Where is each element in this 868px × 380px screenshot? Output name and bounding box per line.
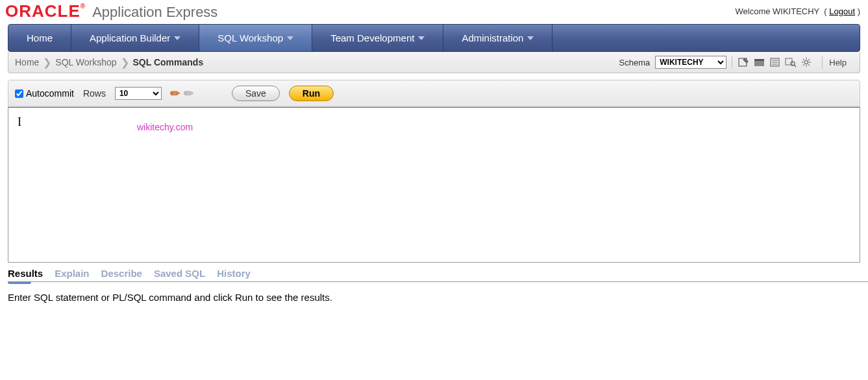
breadcrumb-sql-workshop[interactable]: SQL Workshop bbox=[55, 57, 116, 67]
help-button[interactable]: Help bbox=[822, 56, 853, 69]
chevron-down-icon bbox=[174, 36, 180, 40]
breadcrumb-separator-icon: ❯ bbox=[43, 56, 51, 69]
autocommit-wrapper[interactable]: Autocommit bbox=[15, 88, 74, 99]
rows-label: Rows bbox=[83, 88, 106, 99]
sub-bar-right: Schema WIKITECHY Help bbox=[619, 56, 853, 69]
nav-team-development[interactable]: Team Development bbox=[312, 25, 443, 51]
header-user-area: Welcome WIKITECHY ( Logout ) bbox=[736, 6, 860, 16]
tab-describe[interactable]: Describe bbox=[101, 268, 142, 279]
command-toolbar: Autocommit Rows 10 ✎ ✎ Save Run bbox=[8, 80, 860, 107]
svg-line-16 bbox=[808, 64, 810, 65]
breadcrumb-separator-icon: ❯ bbox=[121, 56, 129, 69]
nav-sql-workshop[interactable]: SQL Workshop bbox=[199, 25, 312, 51]
result-tabs: Results Explain Describe Saved SQL Histo… bbox=[8, 268, 868, 282]
nav-administration[interactable]: Administration bbox=[443, 25, 552, 51]
header: ORACLE® Application Express Welcome WIKI… bbox=[0, 0, 868, 21]
welcome-text: Welcome WIKITECHY bbox=[736, 6, 820, 16]
product-title: Application Express bbox=[92, 4, 217, 21]
save-button[interactable]: Save bbox=[232, 86, 280, 101]
results-region: Results Explain Describe Saved SQL Histo… bbox=[8, 268, 868, 311]
autocommit-checkbox[interactable] bbox=[15, 89, 23, 98]
schema-label: Schema bbox=[619, 58, 651, 67]
find-tables-icon[interactable]: ✎ bbox=[180, 85, 197, 102]
chevron-down-icon bbox=[418, 36, 425, 40]
chevron-down-icon bbox=[287, 36, 293, 40]
breadcrumb-sql-commands: SQL Commands bbox=[133, 57, 204, 67]
tab-saved-sql[interactable]: Saved SQL bbox=[154, 268, 205, 279]
svg-line-15 bbox=[803, 59, 804, 60]
rows-select[interactable]: 10 bbox=[115, 87, 162, 100]
logout-link[interactable]: Logout bbox=[829, 6, 855, 16]
session-icon[interactable] bbox=[753, 56, 766, 68]
oracle-logo: ORACLE® bbox=[5, 1, 86, 21]
svg-point-10 bbox=[805, 60, 808, 64]
nav-admin-label: Administration bbox=[462, 32, 523, 43]
svg-line-18 bbox=[808, 59, 810, 60]
autocommit-label: Autocommit bbox=[26, 88, 74, 99]
editor-mini-icons: ✎ ✎ bbox=[171, 86, 194, 101]
nav-app-builder-label: Application Builder bbox=[90, 32, 170, 43]
clear-command-icon[interactable]: ✎ bbox=[167, 85, 184, 102]
gear-icon[interactable] bbox=[800, 56, 813, 68]
schema-select[interactable]: WIKITECHY bbox=[655, 56, 726, 69]
results-message: Enter SQL statement or PL/SQL command an… bbox=[8, 284, 868, 311]
find-icon[interactable] bbox=[784, 56, 797, 68]
breadcrumb: Home ❯ SQL Workshop ❯ SQL Commands bbox=[15, 56, 203, 69]
edit-page-icon[interactable] bbox=[738, 56, 750, 68]
tab-history[interactable]: History bbox=[217, 268, 251, 279]
nav-home-label: Home bbox=[27, 32, 53, 43]
nav-team-dev-label: Team Development bbox=[330, 32, 414, 43]
sub-bar: Home ❯ SQL Workshop ❯ SQL Commands Schem… bbox=[8, 52, 860, 73]
run-button[interactable]: Run bbox=[289, 86, 334, 101]
sql-editor-area: I wikitechy.com bbox=[8, 107, 860, 263]
tab-results[interactable]: Results bbox=[8, 268, 43, 279]
chevron-down-icon bbox=[527, 36, 534, 40]
breadcrumb-home[interactable]: Home bbox=[15, 57, 39, 67]
svg-line-9 bbox=[794, 65, 796, 67]
caching-icon[interactable] bbox=[769, 56, 782, 68]
nav-home[interactable]: Home bbox=[8, 25, 71, 51]
toolbar-icons bbox=[732, 56, 813, 68]
sql-command-input[interactable] bbox=[8, 108, 860, 262]
nav-application-builder[interactable]: Application Builder bbox=[71, 25, 199, 51]
main-nav: Home Application Builder SQL Workshop Te… bbox=[8, 24, 860, 52]
nav-sql-workshop-label: SQL Workshop bbox=[217, 32, 283, 43]
logo: ORACLE® Application Express bbox=[5, 1, 217, 21]
tab-explain[interactable]: Explain bbox=[55, 268, 89, 279]
svg-line-17 bbox=[803, 64, 804, 65]
svg-rect-2 bbox=[754, 59, 764, 61]
